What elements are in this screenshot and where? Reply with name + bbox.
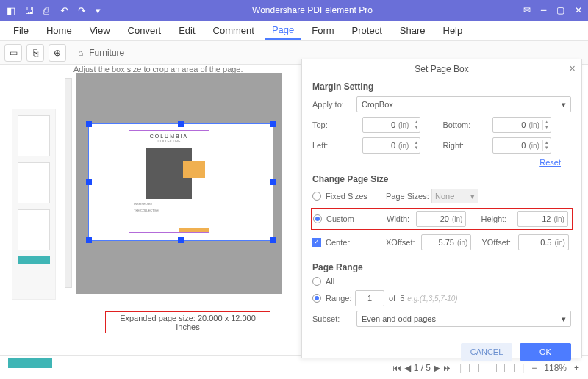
yoffset-input[interactable]: (in) [518, 234, 568, 250]
cancel-button[interactable]: CANCEL [461, 343, 512, 361]
all-label: All [326, 277, 334, 286]
menu-convert[interactable]: Convert [121, 22, 169, 39]
doc-title: COLUMBIA [129, 134, 209, 139]
menu-home[interactable]: Home [39, 22, 79, 39]
subset-select[interactable]: Even and odd pages▾ [356, 311, 571, 327]
close-window-icon[interactable]: ✕ [575, 5, 582, 15]
dialog-title: Set Page Box [302, 59, 581, 79]
range-from-input[interactable] [355, 290, 384, 306]
doc-subtitle: COLLECTIVE [129, 139, 209, 143]
handle-nw[interactable] [86, 121, 92, 127]
thumb-page[interactable] [18, 209, 50, 250]
xoffset-input[interactable]: (in) [421, 234, 471, 250]
page-sizes-label: Page Sizes: [386, 192, 431, 201]
height-input[interactable]: (in) [517, 211, 567, 227]
page-sizes-select: None▾ [431, 189, 478, 203]
thumb-page[interactable] [18, 115, 50, 156]
crop-frame[interactable]: COLUMBIA COLLECTIVE INSPIRED BY THE COLL… [88, 123, 273, 241]
zoom-in-icon[interactable]: + [574, 363, 579, 373]
view-single-icon[interactable] [469, 364, 479, 372]
left-input[interactable]: (in)▲▼ [362, 137, 420, 154]
handle-w[interactable] [86, 179, 92, 185]
handle-s[interactable] [178, 237, 184, 243]
doc-caption1: INSPIRED BY [134, 202, 204, 206]
menu-share[interactable]: Share [392, 22, 433, 39]
breadcrumb-item[interactable]: Furniture [89, 48, 124, 58]
range-heading: Page Range [312, 262, 571, 272]
minimize-icon[interactable]: ━ [541, 5, 546, 15]
top-input[interactable]: (in)▲▼ [362, 117, 420, 133]
zoom-out-icon[interactable]: − [531, 363, 537, 373]
page-content: COLUMBIA COLLECTIVE INSPIRED BY THE COLL… [129, 130, 209, 233]
bottom-label: Bottom: [442, 120, 487, 129]
redo-icon[interactable]: ↷ [76, 5, 87, 15]
zoom-level: 118% [544, 363, 567, 373]
doc-accent [179, 228, 209, 232]
handle-e[interactable] [270, 179, 276, 185]
menu-protect[interactable]: Protect [345, 22, 390, 39]
menu-help[interactable]: Help [436, 22, 470, 39]
menu-page[interactable]: Page [265, 21, 301, 40]
radio-range[interactable] [312, 294, 321, 303]
reset-link[interactable]: Reset [539, 158, 561, 167]
apply-to-label: Apply to: [312, 100, 356, 109]
bottom-input[interactable]: (in)▲▼ [492, 117, 551, 133]
doc-image [146, 148, 192, 199]
handle-n[interactable] [178, 121, 184, 127]
next-page-icon[interactable]: ▶ [434, 363, 440, 373]
dialog-close[interactable]: ✕ [569, 64, 576, 73]
view-double-icon[interactable] [487, 364, 497, 372]
menubar: File Home View Convert Edit Comment Page… [0, 21, 588, 41]
range-example: e.g.(1,3,5,7-10) [407, 295, 457, 303]
logo-icon: ◧ [6, 5, 16, 15]
last-page-icon[interactable]: ⏭ [443, 363, 452, 373]
tool-insert[interactable]: ⊕ [49, 44, 66, 62]
range-label: Range: [326, 294, 355, 303]
page-indicator: 1 / 5 [414, 363, 431, 373]
range-total: 5 [400, 294, 404, 303]
menu-file[interactable]: File [6, 22, 36, 39]
handle-sw[interactable] [86, 237, 92, 243]
mail-icon[interactable]: ✉ [523, 5, 531, 15]
ok-button[interactable]: OK [520, 343, 571, 361]
print-icon[interactable]: ⎙ [41, 5, 51, 15]
set-page-box-dialog: ✕ Set Page Box Margin Setting Apply to: … [301, 59, 582, 358]
maximize-icon[interactable]: ▢ [556, 5, 564, 15]
home-icon[interactable]: ⌂ [78, 48, 83, 58]
menu-view[interactable]: View [82, 22, 118, 39]
handle-ne[interactable] [270, 121, 276, 127]
tool-pagebox[interactable]: ▭ [4, 44, 22, 62]
subset-label: Subset: [312, 314, 356, 323]
menu-form[interactable]: Form [304, 22, 341, 39]
menu-comment[interactable]: Comment [206, 22, 262, 39]
center-label: Center [326, 238, 386, 247]
margin-heading: Margin Setting [312, 82, 571, 92]
thumb-page[interactable] [18, 162, 50, 203]
radio-all[interactable] [312, 277, 321, 286]
undo-icon[interactable]: ↶ [59, 5, 69, 15]
save-icon[interactable]: 🖫 [24, 5, 34, 15]
check-center[interactable] [312, 238, 321, 247]
prev-page-icon[interactable]: ◀ [404, 363, 411, 373]
scrollbar[interactable] [65, 78, 72, 288]
tool-extract[interactable]: ⎘ [26, 44, 44, 62]
left-label: Left: [312, 141, 356, 150]
doc-caption2: THE COLLECTIVE. [134, 209, 204, 212]
more-icon[interactable]: ▾ [94, 5, 101, 15]
apply-to-select[interactable]: CropBox▾ [356, 96, 571, 112]
height-label: Height: [481, 214, 517, 223]
chevron-down-icon: ▾ [562, 100, 566, 109]
radio-fixed[interactable] [312, 192, 321, 201]
thumb-strip [18, 256, 50, 264]
right-input[interactable]: (in)▲▼ [492, 137, 551, 154]
menu-edit[interactable]: Edit [171, 22, 202, 39]
yoffset-label: YOffset: [481, 238, 518, 247]
view-grid-icon[interactable] [504, 364, 514, 372]
of-label: of [389, 294, 395, 303]
first-page-icon[interactable]: ⏮ [392, 363, 401, 373]
size-heading: Change Page Size [312, 174, 571, 184]
width-input[interactable]: (in) [416, 211, 466, 227]
handle-se[interactable] [270, 237, 276, 243]
crop-hint: Adjust the box size to crop an area of t… [74, 65, 243, 73]
radio-custom[interactable] [313, 214, 322, 223]
